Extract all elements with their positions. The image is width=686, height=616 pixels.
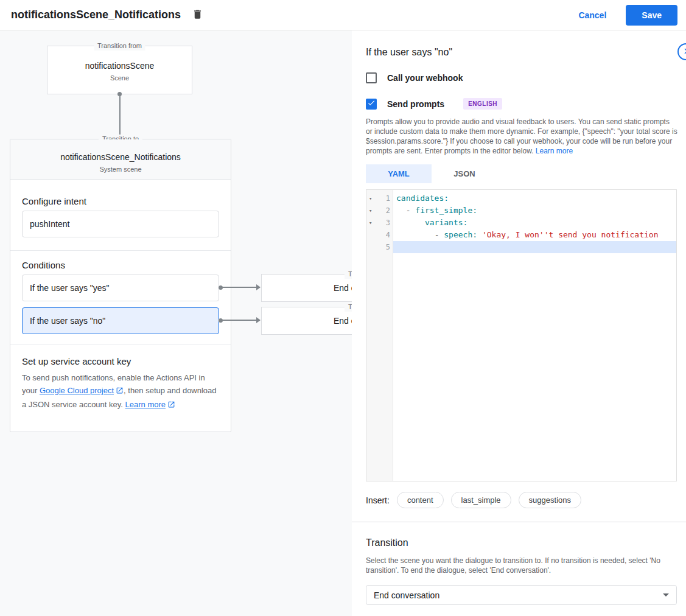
from-scene-type: Scene bbox=[47, 74, 192, 82]
transition-select-value: End conversation bbox=[374, 590, 439, 600]
page-title: notificationsScene_Notifications bbox=[11, 9, 181, 21]
cancel-button[interactable]: Cancel bbox=[578, 10, 606, 20]
condition-no-arrow-icon bbox=[256, 317, 261, 323]
gutter-cell: ▾3 bbox=[366, 217, 393, 229]
trash-icon bbox=[192, 9, 203, 22]
service-account-text: To send push notifications, enable the A… bbox=[22, 371, 222, 412]
tab-json[interactable]: JSON bbox=[432, 164, 497, 183]
intent-label: pushIntent bbox=[30, 219, 69, 229]
panel-divider bbox=[352, 522, 686, 522]
transition-select[interactable]: End conversation bbox=[366, 585, 677, 605]
condition-user-says-no[interactable]: If the user says "no" bbox=[22, 307, 219, 334]
condition-no-label: If the user says "no" bbox=[30, 316, 105, 326]
gutter-cell: 5 bbox=[366, 241, 393, 253]
transition-description: Select the scene you want the dialogue t… bbox=[366, 556, 677, 575]
code-line[interactable]: 5 bbox=[366, 241, 676, 253]
connector-line bbox=[119, 95, 121, 135]
insert-label: Insert: bbox=[366, 495, 390, 505]
code-content bbox=[393, 241, 676, 253]
send-prompts-checkbox[interactable] bbox=[366, 99, 377, 110]
code-line[interactable]: ▾3 variants: bbox=[366, 217, 676, 229]
end-node-1-label: Transition to bbox=[345, 270, 352, 279]
scene-flow-panel: Transition from notificationsScene Scene… bbox=[0, 30, 352, 616]
card-divider-1 bbox=[10, 250, 231, 251]
line-number: 1 bbox=[376, 192, 390, 205]
conditions-heading: Conditions bbox=[22, 260, 65, 270]
editor-tabs: YAML JSON bbox=[366, 164, 677, 183]
insert-chip-last_simple[interactable]: last_simple bbox=[451, 492, 511, 508]
save-button[interactable]: Save bbox=[626, 5, 677, 26]
code-line[interactable]: 4 - speech: 'Okay, I won''t send you not… bbox=[366, 229, 676, 241]
from-scene-name: notificationsScene bbox=[47, 61, 192, 71]
chevron-right-icon bbox=[681, 46, 686, 58]
intent-push-intent[interactable]: pushIntent bbox=[22, 211, 219, 237]
scene-card: Transition to notificationsScene_Notific… bbox=[10, 139, 231, 432]
end-conversation-node-1[interactable]: Transition to End conversation bbox=[261, 274, 352, 302]
yaml-editor[interactable]: ▾1candidates:▾2 - first_simple:▾3 varian… bbox=[366, 189, 677, 481]
condition-yes-arrow-icon bbox=[256, 284, 261, 290]
gutter-cell: ▾1 bbox=[366, 192, 393, 205]
call-webhook-checkbox[interactable] bbox=[366, 72, 377, 83]
external-link-icon bbox=[116, 385, 124, 398]
collapse-panel-button[interactable] bbox=[677, 43, 686, 60]
call-webhook-label: Call your webhook bbox=[387, 73, 463, 83]
code-content: candidates: bbox=[393, 192, 676, 205]
scene-card-header: notificationsScene_Notifications System … bbox=[10, 139, 231, 180]
learn-more-link-right[interactable]: Learn more bbox=[536, 147, 573, 155]
insert-chips: contentlast_simplesuggestions bbox=[397, 492, 581, 508]
configure-intent-heading: Configure intent bbox=[22, 196, 86, 206]
learn-more-link-left[interactable]: Learn more bbox=[125, 400, 166, 409]
gutter-cell: 4 bbox=[366, 229, 393, 241]
transition-heading: Transition bbox=[366, 537, 677, 548]
scene-card-title: notificationsScene_Notifications bbox=[10, 152, 231, 162]
external-link-icon-2 bbox=[167, 399, 175, 412]
code-line[interactable]: ▾1candidates: bbox=[366, 192, 676, 205]
condition-user-says-yes[interactable]: If the user says "yes" bbox=[22, 275, 219, 301]
code-content: - first_simple: bbox=[393, 205, 676, 217]
panel-title: If the user says "no" bbox=[366, 30, 677, 58]
condition-yes-label: If the user says "yes" bbox=[30, 283, 110, 293]
gutter-cell: ▾2 bbox=[366, 205, 393, 217]
code-content: - speech: 'Okay, I won''t send you notif… bbox=[393, 229, 676, 241]
prompts-description-text: Prompts allow you to provide audio and v… bbox=[366, 117, 677, 155]
prompts-description: Prompts allow you to provide audio and v… bbox=[366, 117, 677, 156]
fold-arrow-icon[interactable]: ▾ bbox=[369, 217, 376, 229]
insert-chip-content[interactable]: content bbox=[397, 492, 444, 508]
service-account-heading: Set up service account key bbox=[22, 356, 131, 366]
line-number: 2 bbox=[376, 205, 390, 217]
insert-chip-suggestions[interactable]: suggestions bbox=[519, 492, 581, 508]
call-webhook-row: Call your webhook bbox=[366, 72, 677, 83]
condition-detail-panel: If the user says "no" Call your webhook … bbox=[352, 30, 686, 616]
end-node-2-title: End conversation bbox=[334, 316, 352, 326]
condition-no-connector-line bbox=[222, 320, 257, 321]
tab-yaml[interactable]: YAML bbox=[366, 164, 432, 183]
send-prompts-row: Send prompts ENGLISH bbox=[366, 98, 677, 110]
card-divider-2 bbox=[10, 345, 231, 345]
line-number: 5 bbox=[376, 241, 390, 253]
scene-node-from[interactable]: Transition from notificationsScene Scene bbox=[47, 46, 192, 94]
condition-yes-connector-line bbox=[222, 287, 257, 288]
fold-arrow-icon[interactable]: ▾ bbox=[369, 205, 376, 217]
google-cloud-project-link[interactable]: Google Cloud project bbox=[40, 386, 114, 395]
end-node-2-label: Transition to bbox=[345, 303, 352, 312]
end-node-1-title: End conversation bbox=[334, 283, 352, 293]
code-line[interactable]: ▾2 - first_simple: bbox=[366, 205, 676, 217]
line-number: 3 bbox=[376, 217, 390, 229]
insert-row: Insert: contentlast_simplesuggestions bbox=[366, 492, 677, 508]
transition-from-label: Transition from bbox=[94, 41, 145, 51]
scene-card-type: System scene bbox=[10, 166, 231, 173]
line-number: 4 bbox=[376, 229, 390, 241]
dropdown-arrow-icon bbox=[663, 593, 669, 597]
send-prompts-label: Send prompts bbox=[387, 99, 444, 109]
checkmark-icon bbox=[367, 99, 376, 110]
code-content: variants: bbox=[393, 217, 676, 229]
language-badge: ENGLISH bbox=[463, 98, 502, 110]
app-root: notificationsScene_Notifications Cancel … bbox=[0, 0, 686, 616]
fold-arrow-icon[interactable]: ▾ bbox=[369, 192, 376, 205]
end-conversation-node-2[interactable]: Transition to End conversation bbox=[261, 307, 352, 335]
code-lines: ▾1candidates:▾2 - first_simple:▾3 varian… bbox=[366, 190, 676, 253]
delete-scene-button[interactable] bbox=[189, 7, 205, 23]
top-bar: notificationsScene_Notifications Cancel … bbox=[0, 0, 686, 30]
